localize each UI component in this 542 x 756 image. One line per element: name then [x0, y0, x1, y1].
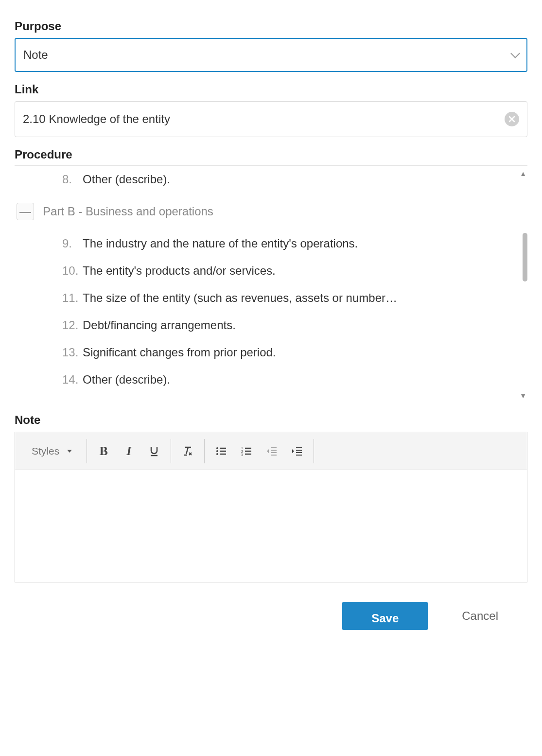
caret-down-icon	[67, 450, 72, 453]
svg-point-4	[216, 453, 218, 455]
svg-text:1: 1	[241, 446, 243, 450]
chevron-down-icon	[510, 49, 520, 58]
svg-text:3: 3	[241, 453, 243, 457]
button-row: Save Cancel	[15, 602, 527, 635]
procedure-label: Procedure	[15, 148, 527, 161]
item-text: Other (describe).	[83, 373, 170, 387]
italic-button[interactable]: I	[116, 440, 141, 463]
editor-toolbar: Styles B I 123	[15, 432, 527, 470]
list-item[interactable]: 11. The size of the entity (such as reve…	[15, 284, 516, 312]
svg-point-2	[216, 447, 218, 449]
scroll-up-icon[interactable]: ▲	[520, 170, 526, 177]
styles-dropdown[interactable]: Styles	[20, 445, 83, 457]
collapse-button[interactable]: —	[17, 203, 34, 220]
list-item[interactable]: 8. Other (describe).	[15, 166, 516, 193]
remove-format-button[interactable]	[175, 440, 200, 463]
bullet-list-button[interactable]	[209, 440, 234, 463]
section-title: Part B - Business and operations	[43, 205, 213, 218]
item-text: Debt/financing arrangements.	[83, 318, 236, 332]
outdent-button[interactable]	[259, 440, 284, 463]
link-value: 2.10 Knowledge of the entity	[23, 112, 505, 126]
note-textarea[interactable]	[15, 470, 527, 582]
item-number: 11.	[62, 291, 82, 305]
bold-button[interactable]: B	[91, 440, 116, 463]
item-number: 14.	[62, 373, 82, 387]
item-number: 8.	[62, 173, 82, 186]
item-number: 12.	[62, 318, 82, 332]
item-number: 9.	[62, 237, 82, 250]
list-item[interactable]: 13. Significant changes from prior perio…	[15, 339, 516, 366]
purpose-label: Purpose	[15, 19, 527, 33]
separator	[87, 439, 87, 463]
svg-text:2: 2	[241, 450, 243, 453]
separator	[204, 439, 205, 463]
list-item[interactable]: 12. Debt/financing arrangements.	[15, 312, 516, 339]
svg-point-3	[216, 450, 218, 452]
item-number: 10.	[62, 264, 82, 278]
save-button[interactable]: Save	[342, 602, 428, 630]
cancel-button[interactable]: Cancel	[459, 609, 501, 623]
item-text: The size of the entity (such as revenues…	[83, 291, 397, 305]
separator	[314, 439, 314, 463]
link-label: Link	[15, 83, 527, 96]
scroll-down-icon[interactable]: ▼	[520, 392, 526, 400]
separator	[171, 439, 171, 463]
item-number: 13.	[62, 346, 82, 359]
list-item[interactable]: 9. The industry and the nature of the en…	[15, 230, 516, 257]
item-text: Other (describe).	[83, 173, 170, 186]
link-input[interactable]: 2.10 Knowledge of the entity	[15, 101, 527, 137]
list-item[interactable]: 10. The entity's products and/or service…	[15, 257, 516, 284]
item-text: The industry and the nature of the entit…	[83, 237, 358, 250]
purpose-select-value: Note	[23, 48, 512, 62]
styles-label: Styles	[32, 445, 59, 457]
section-header: — Part B - Business and operations	[15, 193, 516, 230]
underline-button[interactable]	[141, 440, 167, 463]
note-editor: Styles B I 123	[15, 432, 527, 582]
item-text: The entity's products and/or services.	[83, 264, 276, 278]
numbered-list-button[interactable]: 123	[234, 440, 259, 463]
scrollbar-thumb[interactable]	[523, 233, 527, 281]
purpose-select[interactable]: Note	[15, 38, 527, 72]
clear-icon[interactable]	[505, 112, 519, 126]
procedure-list: ▲ ▼ 8. Other (describe). — Part B - Busi…	[15, 165, 527, 404]
list-item[interactable]: 14. Other (describe).	[15, 366, 516, 393]
item-text: Significant changes from prior period.	[83, 346, 276, 359]
note-label: Note	[15, 413, 527, 427]
indent-button[interactable]	[284, 440, 310, 463]
